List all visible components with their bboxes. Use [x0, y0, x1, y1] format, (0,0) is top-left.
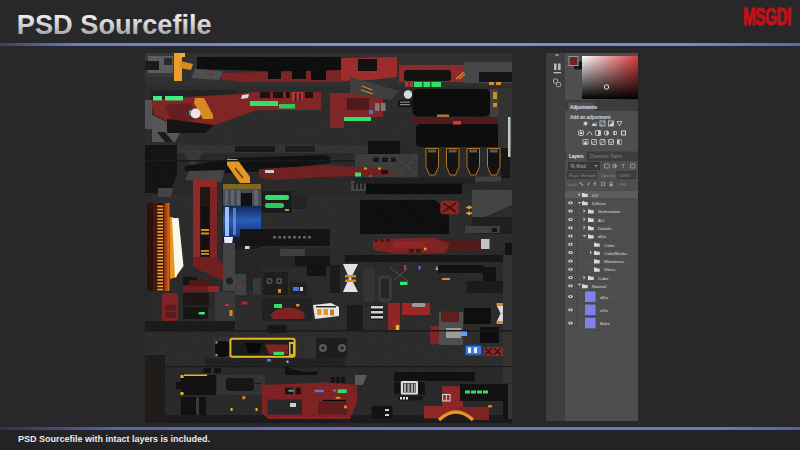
svg-text:100%: 100%	[619, 173, 630, 178]
svg-text:dDo: dDo	[600, 295, 609, 300]
svg-text:Illumination: Illumination	[598, 209, 621, 214]
svg-text:Fill:: Fill:	[620, 182, 627, 187]
svg-text:Adjustments: Adjustments	[570, 105, 598, 110]
svg-text:PSD Sourcefile: PSD Sourcefile	[17, 9, 212, 40]
svg-text:Diffuse: Diffuse	[592, 201, 606, 206]
svg-text:Paths: Paths	[611, 154, 623, 159]
svg-text:Details: Details	[598, 226, 612, 231]
svg-text:Opacity:: Opacity:	[601, 173, 617, 178]
svg-text:Metalness: Metalness	[604, 259, 625, 264]
svg-text:Add an adjustment: Add an adjustment	[570, 115, 611, 120]
svg-text:dDo: dDo	[598, 234, 607, 239]
svg-text:Channels: Channels	[590, 154, 610, 159]
svg-text:Pass Through: Pass Through	[569, 173, 597, 178]
svg-text:Bake: Bake	[600, 321, 611, 326]
svg-text:Cube: Cube	[598, 276, 609, 281]
svg-text:Kind: Kind	[577, 164, 587, 169]
svg-text:MSGDI: MSGDI	[743, 3, 791, 31]
svg-text:AO: AO	[598, 218, 605, 223]
svg-text:Gloss: Gloss	[604, 267, 616, 272]
svg-text:Lock:: Lock:	[568, 182, 579, 187]
svg-text:ColorMasks: ColorMasks	[604, 251, 628, 256]
svg-text:nDo: nDo	[600, 308, 609, 313]
svg-text:Color: Color	[604, 243, 615, 248]
svg-text:Normal: Normal	[592, 284, 606, 289]
svg-text:UV: UV	[592, 193, 598, 198]
svg-text:Layers: Layers	[569, 154, 584, 159]
svg-text:T: T	[622, 163, 625, 169]
